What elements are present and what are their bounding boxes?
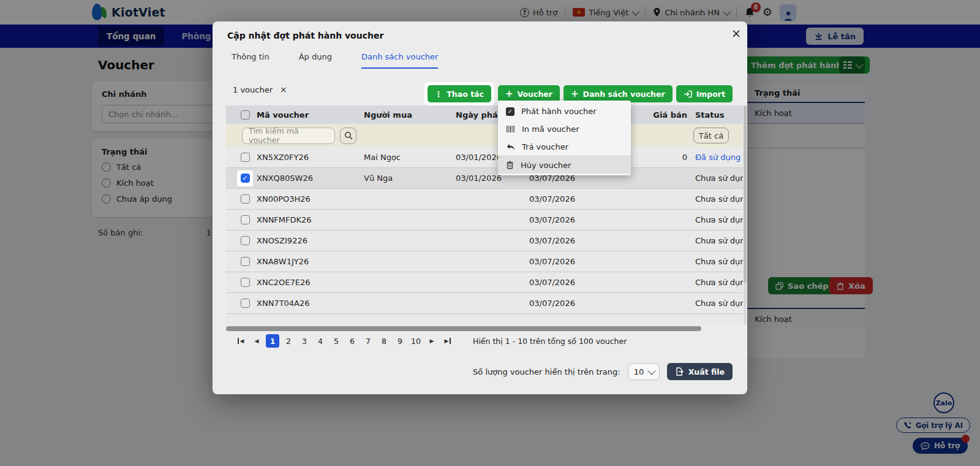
- header-code[interactable]: Mã voucher: [257, 110, 309, 120]
- tab-info[interactable]: Thông tin: [232, 52, 270, 69]
- table-header-row: Mã voucher Người mua Ngày phát hành Giá …: [226, 105, 743, 124]
- pagination: ◀ ◀ 12345678910 ▶ ▶ Hiển thị 1 - 10 trên…: [234, 334, 627, 348]
- import-label: Import: [696, 90, 725, 99]
- voucher-search-input[interactable]: Tìm kiếm mã voucher: [242, 128, 335, 144]
- menu-item-print-code[interactable]: In mã voucher: [498, 120, 631, 138]
- voucher-code: XNOSZI9226: [257, 236, 307, 245]
- status-value: Chưa sử dụng: [695, 278, 743, 287]
- actions-label: Thao tác: [447, 90, 484, 99]
- horizontal-scrollbar[interactable]: [226, 326, 743, 331]
- first-page-button[interactable]: ◀: [234, 334, 247, 348]
- page-size-select[interactable]: 10: [628, 363, 660, 380]
- table-row[interactable]: XNC2OE7E26 03/07/2026 Chưa sử dụng: [226, 272, 743, 293]
- import-icon: [684, 90, 692, 98]
- page-number-1[interactable]: 1: [266, 334, 279, 348]
- expiry-date: 03/07/2026: [529, 257, 575, 266]
- voucher-code: XN5XZ0FY26: [257, 153, 309, 162]
- horizontal-scrollbar-thumb[interactable]: [226, 326, 701, 331]
- page-numbers: 12345678910: [266, 334, 423, 348]
- page-number-6[interactable]: 6: [345, 334, 359, 348]
- export-file-button[interactable]: Xuất file: [667, 363, 733, 380]
- voucher-code: XNA8W1JY26: [257, 257, 309, 266]
- select-all-checkbox[interactable]: [241, 110, 250, 120]
- vertical-scrollbar-thumb[interactable]: [744, 105, 747, 283]
- tab-apply[interactable]: Áp dụng: [299, 52, 332, 69]
- page-number-4[interactable]: 4: [314, 334, 327, 348]
- page-number-5[interactable]: 5: [330, 334, 343, 348]
- selection-count: 1 voucher: [233, 85, 273, 94]
- header-status[interactable]: Status: [695, 110, 725, 120]
- actions-dropdown-button[interactable]: ⋮ Thao tác: [428, 85, 491, 102]
- menu-item-issue-voucher[interactable]: ✓ Phát hành voucher: [498, 102, 631, 120]
- price-value: 0: [637, 153, 687, 162]
- table-row[interactable]: XNA8W1JY26 03/07/2026 Chưa sử dụng: [226, 251, 743, 272]
- menu-item-cancel-voucher[interactable]: Hủy voucher: [498, 156, 631, 174]
- barcode-icon: [506, 125, 515, 133]
- pagination-summary: Hiển thị 1 - 10 trên tổng số 100 voucher: [473, 337, 627, 346]
- header-buyer[interactable]: Người mua: [364, 110, 412, 120]
- row-checkbox[interactable]: [241, 194, 250, 204]
- previous-page-button[interactable]: ◀: [250, 334, 263, 348]
- import-button[interactable]: Import: [676, 85, 733, 102]
- header-price[interactable]: Giá bán: [637, 110, 687, 120]
- voucher-table: Mã voucher Người mua Ngày phát hành Giá …: [226, 105, 743, 325]
- voucher-code: XN00PO3H26: [257, 194, 311, 204]
- page-number-10[interactable]: 10: [409, 334, 423, 348]
- page-size-value: 10: [634, 367, 644, 376]
- row-checkbox[interactable]: [241, 257, 250, 266]
- voucher-code: XNN7T04A26: [257, 299, 310, 308]
- status-value: Chưa sử dụng: [695, 215, 743, 224]
- status-value: Chưa sử dụng: [695, 236, 743, 245]
- update-voucher-release-modal: Cập nhật đợt phát hành voucher × Thông t…: [213, 21, 747, 394]
- menu-item-label: Hủy voucher: [521, 161, 571, 170]
- row-checkbox[interactable]: [241, 236, 250, 245]
- table-row[interactable]: XN5XZ0FY26 Mai Ngọc 03/01/2026 0 Đã sử d…: [226, 147, 743, 168]
- status-filter-chip[interactable]: Tất cả: [693, 128, 729, 143]
- last-page-button[interactable]: ▶: [441, 334, 454, 348]
- table-row[interactable]: XNOSZI9226 03/07/2026 Chưa sử dụng: [226, 231, 743, 251]
- table-row[interactable]: XNNFMFDK26 03/07/2026 Chưa sử dụng: [226, 210, 743, 231]
- chevron-down-icon: [647, 367, 655, 375]
- add-voucher-button[interactable]: + Voucher: [498, 85, 560, 102]
- page-number-7[interactable]: 7: [361, 334, 375, 348]
- vertical-scrollbar[interactable]: [744, 105, 747, 325]
- checkbox-checked-icon: ✓: [506, 107, 514, 116]
- issue-date: 03/01/2026: [456, 174, 502, 183]
- status-value: Chưa sử dụng: [695, 257, 743, 266]
- row-checkbox[interactable]: [241, 215, 250, 224]
- page-number-9[interactable]: 9: [393, 334, 407, 348]
- page-number-8[interactable]: 8: [377, 334, 391, 348]
- row-checkbox[interactable]: [241, 299, 250, 308]
- search-button[interactable]: [340, 128, 356, 144]
- table-body: XN5XZ0FY26 Mai Ngọc 03/01/2026 0 Đã sử d…: [226, 147, 743, 314]
- plus-icon: +: [505, 88, 513, 99]
- tab-voucher-list[interactable]: Danh sách voucher: [361, 52, 438, 69]
- clear-selection-icon[interactable]: ×: [280, 85, 287, 94]
- page-size-label: Số lượng voucher hiển thị trên trang:: [473, 367, 620, 376]
- menu-item-label: Trả voucher: [522, 142, 568, 151]
- page-number-3[interactable]: 3: [298, 334, 311, 348]
- export-file-icon: [675, 367, 684, 376]
- menu-item-return-voucher[interactable]: Trả voucher: [498, 138, 631, 156]
- next-page-button[interactable]: ▶: [425, 334, 439, 348]
- add-voucher-label: Voucher: [518, 90, 552, 99]
- menu-item-label: In mã voucher: [522, 124, 579, 134]
- row-checkbox[interactable]: ✓: [241, 174, 250, 183]
- table-row[interactable]: ✓ XNXQ80SW26 Vũ Nga 03/01/2026 03/07/202…: [226, 168, 743, 189]
- expiry-date: 03/07/2026: [529, 236, 575, 245]
- page-number-2[interactable]: 2: [282, 334, 295, 348]
- expiry-date: 03/07/2026: [529, 194, 575, 204]
- menu-item-label: Phát hành voucher: [521, 107, 597, 116]
- status-value: Chưa sử dụng: [695, 299, 743, 308]
- table-row[interactable]: XNN7T04A26 03/07/2026 Chưa sử dụng: [226, 293, 743, 314]
- table-row[interactable]: XN00PO3H26 03/07/2026 Chưa sử dụng: [226, 189, 743, 210]
- add-voucher-list-button[interactable]: + Danh sách voucher: [564, 85, 673, 102]
- row-checkbox[interactable]: [241, 278, 250, 287]
- plus-icon: +: [571, 88, 579, 99]
- expiry-date: 03/07/2026: [529, 215, 575, 224]
- voucher-code: XNXQ80SW26: [257, 174, 313, 183]
- voucher-code: XNNFMFDK26: [257, 215, 312, 224]
- close-icon[interactable]: ×: [729, 26, 744, 40]
- row-checkbox[interactable]: [241, 153, 250, 162]
- voucher-code: XNC2OE7E26: [257, 278, 310, 287]
